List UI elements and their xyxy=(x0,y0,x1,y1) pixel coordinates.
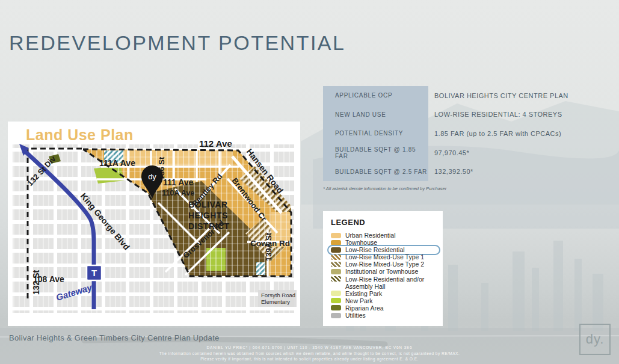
legend-swatch xyxy=(331,233,341,238)
footer-contact: DANIEL YU PREC* | 604-671-6700 | UNIT 11… xyxy=(0,345,619,350)
table-footnote: * All asterisk denote information to be … xyxy=(323,186,446,191)
dy-logo: dy. xyxy=(579,324,611,355)
school-label-line2: Elementary xyxy=(261,298,290,305)
legend-item: New Park xyxy=(331,297,438,304)
map-caption: Bolivar Heights & Green Timbers City Cen… xyxy=(9,333,220,342)
legend-item-highlighted: Low-Rise Residential xyxy=(331,246,438,253)
school-label: Forsyth Road Elementary xyxy=(258,290,297,307)
page-title: REDEVELOPMENT POTENTIAL xyxy=(9,31,345,55)
legend-item: Riparian Area xyxy=(331,304,438,312)
footer-disclaimer-line2: Please verify if important, this is not … xyxy=(0,357,619,361)
ocp-summary-table: APPLICABLE OCP BOLIVAR HEIGHTS CITY CENT… xyxy=(323,86,615,181)
legend-item: Institutional or Townhouse xyxy=(331,268,438,275)
footer-disclaimer-line1: The information contained herein was obt… xyxy=(0,351,619,356)
label-112-ave: 112 Ave xyxy=(199,138,232,149)
table-value: BOLIVAR HEIGHTS CITY CENTRE PLAN xyxy=(434,86,615,105)
label-cowan-rd: Cowan Rd xyxy=(250,239,290,248)
school-label-line1: Forsyth Road xyxy=(261,292,295,298)
legend-swatch xyxy=(331,305,341,310)
legend-item: Low-Rise Mixed-Use Type 2 xyxy=(331,261,438,268)
table-label: BUILDABLE SQFT @ 1.85 FAR xyxy=(323,143,428,162)
map-title: Land Use Plan xyxy=(26,126,134,144)
legend-swatch xyxy=(331,240,341,245)
legend-swatch xyxy=(331,269,341,274)
table-label: NEW LAND USE xyxy=(323,105,428,125)
table-value: 1.85 FAR (up to 2.5 FAR with CPCACs) xyxy=(434,124,615,143)
slide: REDEVELOPMENT POTENTIAL xyxy=(0,0,619,364)
legend-title: LEGEND xyxy=(331,218,438,227)
footer-disclaimer: DANIEL YU PREC* | 604-671-6700 | UNIT 11… xyxy=(0,345,619,361)
legend-swatch xyxy=(331,262,341,267)
transit-label: T xyxy=(91,268,97,278)
legend-swatch xyxy=(331,298,341,303)
label-111a-ave: 111A Ave xyxy=(99,158,135,168)
table-label: BUILDABLE SQFT @ 2.5 FAR xyxy=(323,162,428,181)
legend-item: Low-Rise Mixed-Use Type 1 xyxy=(331,253,438,261)
legend-swatch xyxy=(331,247,341,253)
legend-swatch xyxy=(331,291,341,296)
dy-logo-text: dy. xyxy=(586,332,605,347)
legend-item: Existing Park xyxy=(331,290,438,297)
legend-item: Townhouse xyxy=(331,239,438,246)
legend-swatch xyxy=(331,313,341,318)
label-111-ave: 111 Ave xyxy=(163,177,194,187)
transit-station-icon: T xyxy=(87,265,102,280)
pin-logo-text: dy xyxy=(148,172,156,181)
land-use-map-panel: T Forsyth Road Elementary 112 Ave 111A A… xyxy=(8,122,300,326)
table-value: 132,392.50* xyxy=(434,162,615,181)
table-value: 97,970.45* xyxy=(434,143,615,162)
table-value: LOW-RISE RESIDENTIAL: 4 STOREYS xyxy=(434,105,615,125)
legend-item: Utilities xyxy=(331,312,438,319)
legend-item: Urban Residential xyxy=(331,232,438,239)
label-district-line1: BOLIVAR xyxy=(188,200,227,209)
land-use-map: T Forsyth Road Elementary 112 Ave 111A A… xyxy=(8,122,300,326)
label-132-st: 132 St xyxy=(31,270,41,295)
legend-swatch xyxy=(331,254,341,260)
legend-swatch xyxy=(331,276,341,282)
label-110a-ave: 110A Ave xyxy=(162,189,194,197)
table-label: APPLICABLE OCP xyxy=(323,86,428,105)
label-district-line3: DISTRICT xyxy=(188,221,230,231)
table-label: POTENTIAL DENSITY xyxy=(323,124,428,143)
legend-item: Low-Rise Residential and/or Assembly Hal… xyxy=(331,276,438,290)
legend-panel: LEGEND Urban Residential Townhouse Low-R… xyxy=(323,211,443,326)
label-district-line2: HEIGHTS xyxy=(188,211,228,220)
